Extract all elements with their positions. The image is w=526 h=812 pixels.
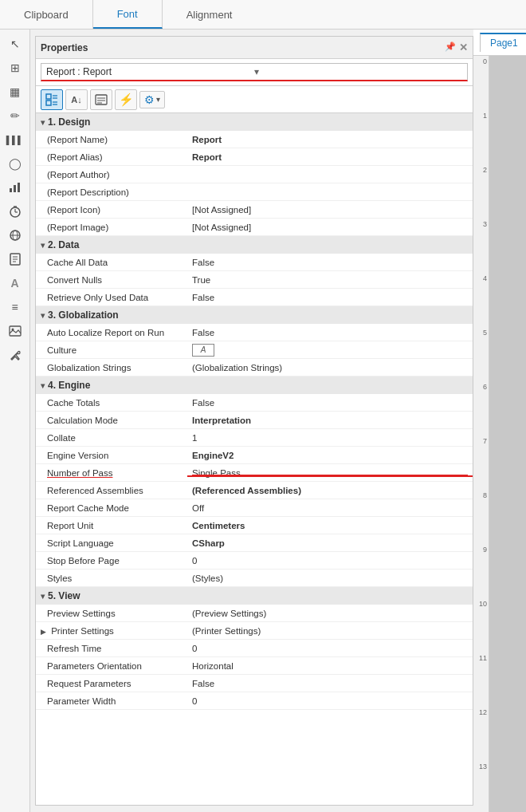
ruler-7: 7 xyxy=(473,436,489,490)
ruler-10: 10 xyxy=(473,598,489,652)
prop-styles[interactable]: Styles (Styles) xyxy=(36,570,473,587)
properties-table: ▾ 1. Design (Report Name) Report (Report… xyxy=(36,113,473,805)
table-icon[interactable]: ▦ xyxy=(2,81,28,103)
prop-parameters-orientation[interactable]: Parameters Orientation Horizontal xyxy=(36,657,473,675)
ruler-12: 12 xyxy=(473,707,489,761)
gear-icon: ⚙ xyxy=(144,93,155,106)
prop-printer-settings[interactable]: ▶ Printer Settings (Printer Settings) xyxy=(36,622,473,640)
main-layout: ↖ ⊞ ▦ ✏ ▌▌▌ ◯ A ≡ Properties xyxy=(0,30,526,812)
prop-report-alias[interactable]: (Report Alias) Report xyxy=(36,148,473,166)
svg-rect-1 xyxy=(14,185,16,192)
lightning-btn[interactable]: ⚡ xyxy=(115,89,137,110)
right-top-bar: Page1 xyxy=(473,30,526,56)
cursor-icon[interactable]: ↖ xyxy=(2,33,28,55)
section-engine-header[interactable]: ▾ 4. Engine xyxy=(36,376,473,394)
page1-tab[interactable]: Page1 xyxy=(480,33,526,52)
prop-report-description[interactable]: (Report Description) xyxy=(36,183,473,201)
clock-icon[interactable] xyxy=(2,200,28,223)
barcode-icon[interactable]: ▌▌▌ xyxy=(2,128,28,151)
vertical-ruler: 0 1 2 3 4 5 6 7 8 9 10 11 12 13 xyxy=(473,56,489,812)
svg-rect-17 xyxy=(46,101,51,105)
prop-calculation-mode[interactable]: Calculation Mode Interpretation xyxy=(36,412,473,429)
props-toolbar-row: A↓ ⚡ ⚙ ▾ xyxy=(36,86,473,113)
canvas-area xyxy=(489,56,526,812)
image-icon[interactable] xyxy=(2,320,28,342)
panel-title: Properties xyxy=(41,42,88,53)
prop-number-of-pass[interactable]: Number of Pass Single Pass xyxy=(36,464,473,482)
prop-script-language[interactable]: Script Language CSharp xyxy=(36,534,473,552)
prop-report-unit[interactable]: Report Unit Centimeters xyxy=(36,517,473,534)
text-icon[interactable]: A xyxy=(2,272,28,294)
chevron-engine-icon: ▾ xyxy=(41,381,45,390)
chevron-design-icon: ▾ xyxy=(41,118,45,127)
grid-icon[interactable]: ⊞ xyxy=(2,57,28,79)
expand-printer-icon[interactable]: ▶ xyxy=(41,628,46,636)
ruler-9: 9 xyxy=(473,544,489,598)
prop-collate[interactable]: Collate 1 xyxy=(36,429,473,447)
prop-retrieve-only[interactable]: Retrieve Only Used Data False xyxy=(36,289,473,306)
prop-referenced-assemblies[interactable]: Referenced Assemblies (Referenced Assemb… xyxy=(36,482,473,499)
prop-auto-localize[interactable]: Auto Localize Report on Run False xyxy=(36,324,473,341)
prop-culture[interactable]: Culture A xyxy=(36,341,473,359)
prop-report-image[interactable]: (Report Image) [Not Assigned] xyxy=(36,219,473,236)
chevron-globalization-icon: ▾ xyxy=(41,311,45,320)
description-btn[interactable] xyxy=(90,89,112,110)
prop-cache-totals[interactable]: Cache Totals False xyxy=(36,394,473,412)
dropdown-row: Report : Report ▾ xyxy=(36,59,473,86)
shape-icon[interactable]: ◯ xyxy=(2,152,28,175)
globe-icon[interactable] xyxy=(2,224,28,246)
prop-engine-version[interactable]: Engine Version EngineV2 xyxy=(36,447,473,464)
report-dropdown[interactable]: Report : Report ▾ xyxy=(41,63,468,81)
prop-report-icon[interactable]: (Report Icon) [Not Assigned] xyxy=(36,201,473,219)
gear-settings-btn[interactable]: ⚙ ▾ xyxy=(139,91,165,108)
svg-rect-0 xyxy=(10,188,12,192)
prop-stop-before-page[interactable]: Stop Before Page 0 xyxy=(36,552,473,570)
chevron-down-icon: ▾ xyxy=(254,66,462,77)
ruler-11: 11 xyxy=(473,652,489,707)
prop-request-parameters[interactable]: Request Parameters False xyxy=(36,675,473,692)
properties-panel: Properties 📌 ✕ Report : Report ▾ A↓ ⚡ xyxy=(35,36,473,806)
gear-dropdown-arrow: ▾ xyxy=(156,95,160,104)
ruler-6: 6 xyxy=(473,381,489,436)
wrench-icon[interactable] xyxy=(2,344,28,366)
ruler-4: 4 xyxy=(473,273,489,327)
svg-rect-16 xyxy=(46,94,51,99)
toolbar-section-font[interactable]: Font xyxy=(93,0,163,29)
section-view-header[interactable]: ▾ 5. View xyxy=(36,587,473,605)
prop-cache-all-data[interactable]: Cache All Data False xyxy=(36,254,473,271)
prop-report-author[interactable]: (Report Author) xyxy=(36,166,473,183)
edit-icon[interactable]: ✏ xyxy=(2,104,28,127)
chevron-data-icon: ▾ xyxy=(41,241,45,250)
prop-report-cache-mode[interactable]: Report Cache Mode Off xyxy=(36,499,473,517)
prop-preview-settings[interactable]: Preview Settings (Preview Settings) xyxy=(36,605,473,622)
toolbar-section-clipboard[interactable]: Clipboard xyxy=(0,0,93,29)
pin-icon[interactable]: 📌 xyxy=(445,41,456,53)
chevron-view-icon: ▾ xyxy=(41,592,45,601)
panel-header: Properties 📌 ✕ xyxy=(36,37,473,59)
chart-icon[interactable] xyxy=(2,176,28,199)
prop-globalization-strings[interactable]: Globalization Strings (Globalization Str… xyxy=(36,359,473,376)
toolbar-section-alignment[interactable]: Alignment xyxy=(163,0,257,29)
prop-convert-nulls[interactable]: Convert Nulls True xyxy=(36,271,473,289)
ruler-5: 5 xyxy=(473,327,489,381)
section-globalization-header[interactable]: ▾ 3. Globalization xyxy=(36,306,473,324)
ruler-area: 0 1 2 3 4 5 6 7 8 9 10 11 12 13 xyxy=(473,56,526,812)
prop-refresh-time[interactable]: Refresh Time 0 xyxy=(36,640,473,657)
close-icon[interactable]: ✕ xyxy=(459,41,468,53)
ruler-13: 13 xyxy=(473,761,489,812)
prop-parameter-width[interactable]: Parameter Width 0 xyxy=(36,692,473,710)
file-icon[interactable] xyxy=(2,248,28,270)
sort-alpha-btn[interactable]: A↓ xyxy=(65,89,88,110)
ruler-0: 0 xyxy=(473,56,489,110)
lines-icon[interactable]: ≡ xyxy=(2,296,28,318)
prop-report-name[interactable]: (Report Name) Report xyxy=(36,131,473,148)
svg-rect-2 xyxy=(18,183,20,192)
right-panel: Page1 0 1 2 3 4 5 6 7 8 9 10 11 12 13 xyxy=(473,30,526,812)
ruler-3: 3 xyxy=(473,219,489,273)
section-design-header[interactable]: ▾ 1. Design xyxy=(36,113,473,131)
categorize-btn[interactable] xyxy=(41,89,63,110)
culture-box: A xyxy=(192,344,214,357)
section-data-header[interactable]: ▾ 2. Data xyxy=(36,236,473,254)
panel-header-icons: 📌 ✕ xyxy=(445,41,468,53)
ruler-8: 8 xyxy=(473,490,489,544)
